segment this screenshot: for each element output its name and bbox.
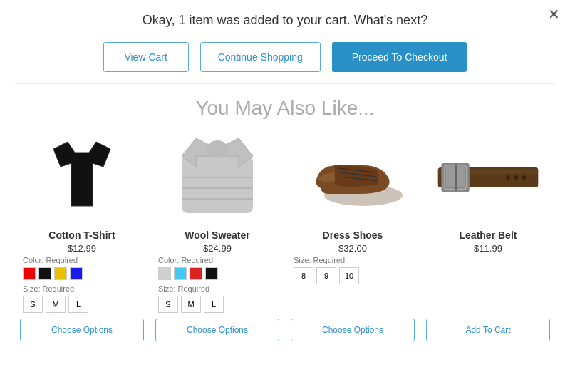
action-buttons: View Cart Continue Shopping Proceed To C… [0, 35, 570, 83]
product-card-belt: Leather Belt$11.99Add To Cart [420, 131, 556, 347]
color-swatch[interactable] [190, 267, 202, 280]
product-image-belt [435, 131, 542, 224]
choose-options-button[interactable]: Choose Options [291, 319, 415, 341]
color-swatches [20, 267, 83, 280]
size-option-button[interactable]: 10 [339, 267, 359, 284]
close-button[interactable]: ✕ [548, 7, 560, 21]
continue-shopping-button[interactable]: Continue Shopping [200, 42, 321, 72]
svg-marker-0 [53, 142, 110, 206]
product-name: Cotton T-Shirt [48, 229, 115, 241]
size-options: SML [155, 296, 224, 313]
color-swatch[interactable] [205, 267, 218, 280]
color-swatch[interactable] [158, 267, 171, 280]
size-label: Size: Required [20, 284, 74, 293]
size-option-button[interactable]: L [204, 296, 224, 313]
product-name: Leather Belt [460, 229, 517, 241]
color-swatch[interactable] [54, 267, 67, 280]
color-swatch[interactable] [38, 267, 51, 280]
color-swatch[interactable] [23, 267, 36, 280]
product-name: Wool Sweater [185, 229, 250, 241]
size-option-button[interactable]: M [46, 296, 66, 313]
product-card-sweater: Wool Sweater$24.99Color: RequiredSize: R… [150, 131, 285, 347]
color-swatch[interactable] [70, 267, 83, 280]
size-options: SML [20, 296, 88, 313]
product-price: $32.00 [338, 243, 367, 254]
size-option-button[interactable]: M [181, 296, 201, 313]
header-message: Okay, 1 item was added to your cart. Wha… [0, 0, 570, 35]
section-title: You May Also Like... [0, 93, 570, 131]
size-option-button[interactable]: L [68, 296, 88, 313]
color-label: Color: Required [155, 256, 213, 264]
size-label: Size: Required [155, 284, 209, 293]
size-option-button[interactable]: 8 [294, 267, 314, 284]
product-image-sweater [164, 131, 271, 224]
product-image-tshirt [28, 131, 135, 224]
product-name: Dress Shoes [323, 229, 383, 241]
svg-point-18 [514, 175, 519, 180]
choose-options-button[interactable]: Choose Options [20, 319, 144, 341]
product-price: $11.99 [474, 243, 502, 254]
color-swatch[interactable] [174, 267, 187, 280]
divider [14, 83, 556, 84]
size-option-button[interactable]: S [158, 296, 178, 313]
view-cart-button[interactable]: View Cart [103, 42, 189, 72]
size-option-button[interactable]: 9 [316, 267, 336, 284]
add-to-cart-button[interactable]: Add To Cart [426, 319, 550, 341]
product-card-shoes: Dress Shoes$32.00Size: Required8910Choos… [285, 131, 420, 347]
svg-point-19 [522, 175, 527, 180]
choose-options-button[interactable]: Choose Options [155, 319, 279, 341]
color-swatches [155, 267, 218, 280]
svg-point-17 [506, 175, 510, 180]
svg-point-3 [207, 140, 228, 158]
product-price: $24.99 [203, 243, 232, 254]
proceed-checkout-button[interactable]: Proceed To Checkout [332, 42, 467, 72]
product-price: $12.99 [68, 243, 96, 254]
svg-rect-1 [182, 156, 253, 213]
size-option-button[interactable]: S [23, 296, 43, 313]
size-label: Size: Required [291, 256, 345, 264]
svg-rect-16 [455, 164, 457, 191]
size-options: 8910 [291, 267, 359, 284]
product-image-shoes [299, 131, 406, 224]
product-card-tshirt: Cotton T-Shirt$12.99Color: RequiredSize:… [14, 131, 150, 347]
products-grid: Cotton T-Shirt$12.99Color: RequiredSize:… [0, 131, 570, 347]
color-label: Color: Required [20, 256, 78, 264]
